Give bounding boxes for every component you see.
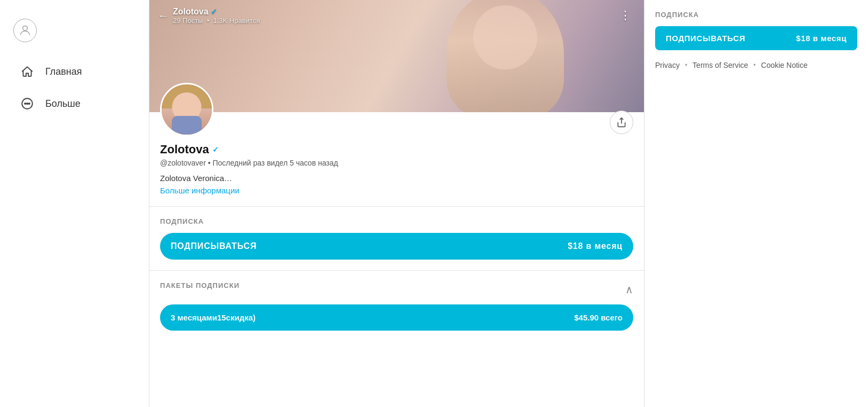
- subscribe-button-label: ПОДПИСЫВАТЬСЯ: [171, 241, 257, 251]
- more-options-button[interactable]: ⋮: [615, 6, 635, 25]
- back-arrow-icon: ←: [158, 10, 169, 22]
- profile-info-section: Zolotova ✓ @zolotovaver • Последний раз …: [149, 83, 644, 207]
- subscribe-button-price: $18 в месяц: [568, 241, 623, 251]
- profile-last-seen: • Последний раз видел 5 часов назад: [208, 159, 338, 167]
- more-info-link[interactable]: Больше информации: [160, 186, 240, 195]
- bundles-collapse-icon[interactable]: ∧: [625, 283, 633, 296]
- right-subscribe-button-price: $18 в месяц: [796, 34, 847, 43]
- cover-top-bar: ← Zolotova✓ 29 Посты • 1.3K Нравится ⋮: [149, 0, 644, 31]
- avatar-figure: [162, 84, 212, 135]
- cover-title-block: Zolotova✓ 29 Посты • 1.3K Нравится: [173, 7, 260, 25]
- share-button[interactable]: [610, 111, 633, 134]
- sidebar-item-more[interactable]: Больше: [5, 88, 144, 120]
- right-subscribe-button[interactable]: ПОДПИСЫВАТЬСЯ $18 в месяц: [655, 26, 857, 50]
- bundle-item-button[interactable]: 3 месяцами15скидка) $45.90 всего: [160, 304, 633, 331]
- sidebar-user: [0, 11, 149, 50]
- profile-verified-icon: ✓: [212, 145, 219, 154]
- more-icon: [19, 95, 36, 112]
- sidebar-item-home[interactable]: Главная: [5, 56, 144, 88]
- profile-display-name: Zolotova ✓: [160, 143, 633, 156]
- right-sidebar: ПОДПИСКА ПОДПИСЫВАТЬСЯ $18 в месяц Priva…: [644, 0, 868, 407]
- profile-bio: Zolotova Veronica…: [160, 174, 633, 183]
- svg-point-4: [29, 103, 30, 104]
- right-subscribe-button-label: ПОДПИСЫВАТЬСЯ: [666, 34, 745, 43]
- svg-point-2: [25, 103, 26, 104]
- bundles-section-label: ПАКЕТЫ ПОДПИСКИ: [160, 281, 240, 289]
- bundle-item-label: 3 месяцами15скидка): [171, 313, 256, 322]
- sidebar-item-home-label: Главная: [45, 66, 82, 77]
- footer-links: Privacy • Terms of Service • Cookie Noti…: [655, 61, 857, 69]
- footer-dot-1: •: [685, 61, 687, 69]
- bundle-item-price: $45.90 всего: [574, 313, 623, 322]
- home-icon: [19, 63, 36, 80]
- svg-point-0: [23, 26, 28, 30]
- bundles-section: ПАКЕТЫ ПОДПИСКИ ∧ 3 месяцами15скидка) $4…: [149, 271, 644, 341]
- sidebar-item-more-label: Больше: [45, 98, 81, 109]
- subscription-section: ПОДПИСКА ПОДПИСЫВАТЬСЯ $18 в месяц: [149, 207, 644, 271]
- cover-stats: 29 Посты • 1.3K Нравится: [173, 17, 260, 25]
- cover-username: Zolotova✓: [173, 7, 260, 17]
- subscription-section-label: ПОДПИСКА: [160, 217, 633, 225]
- privacy-link[interactable]: Privacy: [655, 61, 680, 69]
- svg-point-3: [27, 103, 28, 104]
- profile-avatar-wrap: [160, 83, 633, 136]
- avatar: [160, 83, 213, 136]
- subscribe-button[interactable]: ПОДПИСЫВАТЬСЯ $18 в месяц: [160, 233, 633, 260]
- back-button[interactable]: ← Zolotova✓ 29 Посты • 1.3K Нравится: [158, 7, 260, 25]
- right-subscription-label: ПОДПИСКА: [655, 11, 857, 19]
- cookie-link[interactable]: Cookie Notice: [761, 61, 808, 69]
- profile-handle: @zolotovaver: [160, 159, 206, 167]
- bundles-header: ПАКЕТЫ ПОДПИСКИ ∧: [160, 281, 633, 297]
- footer-dot-2: •: [753, 61, 755, 69]
- sidebar: Главная Больше: [0, 0, 149, 407]
- user-avatar-icon: [13, 19, 37, 42]
- profile-handle-row: @zolotovaver • Последний раз видел 5 час…: [160, 159, 633, 167]
- terms-link[interactable]: Terms of Service: [692, 61, 748, 69]
- avatar-body: [172, 116, 202, 135]
- main-content: ← Zolotova✓ 29 Посты • 1.3K Нравится ⋮: [149, 0, 644, 407]
- verified-icon: ✓: [211, 7, 217, 16]
